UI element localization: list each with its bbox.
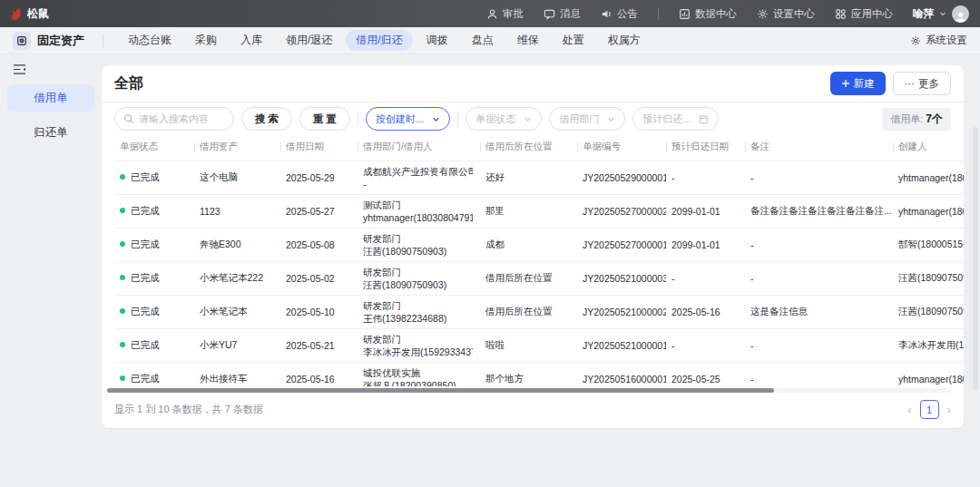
- message-menu[interactable]: 消息: [544, 7, 581, 21]
- status-filter-select[interactable]: 单据状态: [466, 107, 542, 131]
- module-menu-item[interactable]: 维保: [507, 30, 549, 51]
- new-button[interactable]: 新建: [830, 72, 886, 95]
- module-menu-item[interactable]: 处置: [553, 30, 594, 51]
- pagination-summary: 显示 1 到 10 条数据，共 7 条数据: [114, 403, 263, 416]
- table-row[interactable]: 已完成 1123 2025-05-27 测试部门 yhtmanager(1803…: [114, 194, 964, 228]
- app-center-menu[interactable]: 应用中心: [835, 7, 893, 21]
- count-badge: 借用单: 7个: [882, 108, 951, 131]
- column-header[interactable]: 借用资产: [194, 134, 280, 161]
- asset-cell: 奔驰E300: [194, 228, 280, 261]
- column-header[interactable]: 单据编号: [577, 134, 666, 161]
- column-header[interactable]: 借用后所在位置: [480, 134, 577, 161]
- search-input[interactable]: [139, 113, 225, 124]
- module-menu-item[interactable]: 盘点: [462, 30, 504, 51]
- more-button[interactable]: ··· 更多: [893, 72, 952, 95]
- calendar-icon: [699, 114, 709, 124]
- module-menu-item[interactable]: 借用/归还: [346, 30, 412, 51]
- column-header[interactable]: 预计归还日期: [666, 134, 745, 161]
- date-cell: 2025-05-21: [280, 328, 358, 362]
- creator-cell: 汪茜(18090750903): [893, 261, 964, 295]
- brand[interactable]: 松鼠: [9, 6, 49, 22]
- data-center-menu[interactable]: 数据中心: [679, 7, 737, 21]
- location-cell: 借用后所在位置: [480, 295, 577, 328]
- prev-page-button[interactable]: ‹: [907, 404, 911, 415]
- dept-filter-select[interactable]: 借用部门: [549, 107, 625, 131]
- app-name: 固定资产: [37, 33, 84, 49]
- horizontal-scrollbar[interactable]: [107, 388, 951, 393]
- appbar-divider: [103, 34, 103, 47]
- sidebar-item[interactable]: 归还单: [7, 119, 94, 146]
- sidebar-collapse-icon[interactable]: [13, 63, 27, 75]
- date-cell: 2025-05-08: [280, 228, 358, 261]
- due-date-cell: 2099-01-01: [666, 194, 745, 228]
- sort-filter-select[interactable]: 按创建时...: [366, 107, 450, 131]
- system-settings[interactable]: 系统设置: [910, 34, 967, 47]
- column-header[interactable]: 单据状态: [114, 134, 194, 161]
- module-menu: 动态台账 采购 入库 领用/退还 借用/归还 调拨 盘点 维保 处置 权属方: [118, 30, 651, 51]
- creator-cell: yhtmanager(18030804791): [893, 194, 964, 228]
- table-row[interactable]: 已完成 小米YU7 2025-05-21 研发部门 李冰冰开发用(1592933…: [114, 328, 964, 362]
- module-menu-item[interactable]: 采购: [185, 30, 227, 51]
- scrollbar-thumb[interactable]: [107, 388, 774, 393]
- approve-menu[interactable]: 审批: [486, 7, 524, 21]
- doc-no-cell: JY20250527000002: [577, 194, 666, 228]
- due-date-filter[interactable]: 预计归还...: [632, 107, 719, 131]
- avatar[interactable]: [952, 5, 969, 23]
- user-menu[interactable]: 喻萍: [913, 5, 969, 23]
- brand-logo-icon: [9, 7, 23, 21]
- module-menu-item[interactable]: 调拨: [416, 30, 458, 51]
- pagination: ‹ 1 ›: [907, 400, 951, 419]
- table-scroll-area[interactable]: 单据状态借用资产借用日期借用部门/借用人借用后所在位置单据编号预计归还日期备注创…: [114, 134, 964, 386]
- user-name: 喻萍: [913, 7, 934, 21]
- column-header[interactable]: 借用部门/借用人: [358, 134, 480, 161]
- module-menu-item[interactable]: 领用/退还: [276, 30, 342, 51]
- asset-cell: 这个电脑: [194, 161, 280, 194]
- borrow-orders-table: 单据状态借用资产借用日期借用部门/借用人借用后所在位置单据编号预计归还日期备注创…: [114, 134, 964, 386]
- module-menu-item[interactable]: 动态台账: [118, 30, 181, 51]
- gear-icon: [757, 8, 769, 20]
- next-page-button[interactable]: ›: [947, 404, 951, 415]
- doc-no-cell: JY20250529000001: [577, 161, 666, 194]
- doc-no-cell: JY20250521000003: [577, 261, 666, 295]
- sidebar: 借用单 归还单: [0, 54, 102, 487]
- sidebar-item[interactable]: 借用单: [7, 84, 94, 112]
- column-header[interactable]: 创建人: [893, 134, 964, 161]
- doc-no-cell: JY20250521000001: [577, 328, 666, 362]
- column-header[interactable]: 借用日期: [280, 134, 358, 161]
- table-row[interactable]: 已完成 奔驰E300 2025-05-08 研发部门 汪茜(1809075090…: [114, 228, 964, 261]
- ellipsis-icon: ···: [905, 78, 916, 89]
- doc-no-cell: JY20250527000001: [577, 228, 666, 261]
- page-vertical-scrollbar[interactable]: [973, 127, 978, 390]
- chevron-down-icon: [524, 115, 532, 123]
- settings-center-menu[interactable]: 设置中心: [757, 7, 815, 21]
- announcement-menu[interactable]: 公告: [601, 7, 638, 21]
- dept-person-cell: 研发部门 汪茜(18090750903): [358, 228, 480, 261]
- table-header-row: 单据状态借用资产借用日期借用部门/借用人借用后所在位置单据编号预计归还日期备注创…: [114, 134, 964, 161]
- module-menu-item[interactable]: 权属方: [598, 30, 651, 51]
- page-number-button[interactable]: 1: [920, 400, 939, 419]
- status-cell: 已完成: [114, 328, 194, 362]
- reset-button[interactable]: 重置: [299, 107, 350, 131]
- status-cell: 已完成: [114, 228, 194, 261]
- module-menu-item[interactable]: 入库: [230, 30, 272, 51]
- table-row[interactable]: 已完成 小米笔记本 2025-05-10 研发部门 王伟(13982234688…: [114, 295, 964, 328]
- creator-cell: 李冰冰开发用(15929334375): [893, 328, 964, 362]
- search-button[interactable]: 搜索: [241, 107, 292, 131]
- dept-person-cell: 成都航兴产业投资有限公司 -: [358, 161, 480, 194]
- status-dot-icon: [120, 275, 125, 280]
- brand-name: 松鼠: [27, 6, 49, 22]
- table-row[interactable]: 已完成 这个电脑 2025-05-29 成都航兴产业投资有限公司 - 还好 JY…: [114, 161, 964, 194]
- date-cell: 2025-05-16: [280, 362, 358, 386]
- app-title[interactable]: 固定资产: [13, 32, 84, 50]
- table-row[interactable]: 已完成 小米笔记本222 2025-05-02 研发部门 汪茜(18090750…: [114, 261, 964, 295]
- search-box[interactable]: [114, 107, 234, 131]
- location-cell: 借用后所在位置: [480, 261, 577, 295]
- creator-cell: yhtmanager(18030804791): [893, 362, 964, 386]
- asset-cell: 外出接待车: [194, 362, 280, 386]
- creator-cell: 汪茜(18090750903): [893, 295, 964, 328]
- column-header[interactable]: 备注: [745, 134, 893, 161]
- asset-cell: 小米笔记本: [194, 295, 280, 328]
- dept-person-cell: 研发部门 王伟(13982234688): [358, 295, 480, 328]
- remark-cell: 这是备注信息: [745, 295, 893, 328]
- table-row[interactable]: 已完成 外出接待车 2025-05-16 城投优联实施 张超凡(18200390…: [114, 362, 964, 386]
